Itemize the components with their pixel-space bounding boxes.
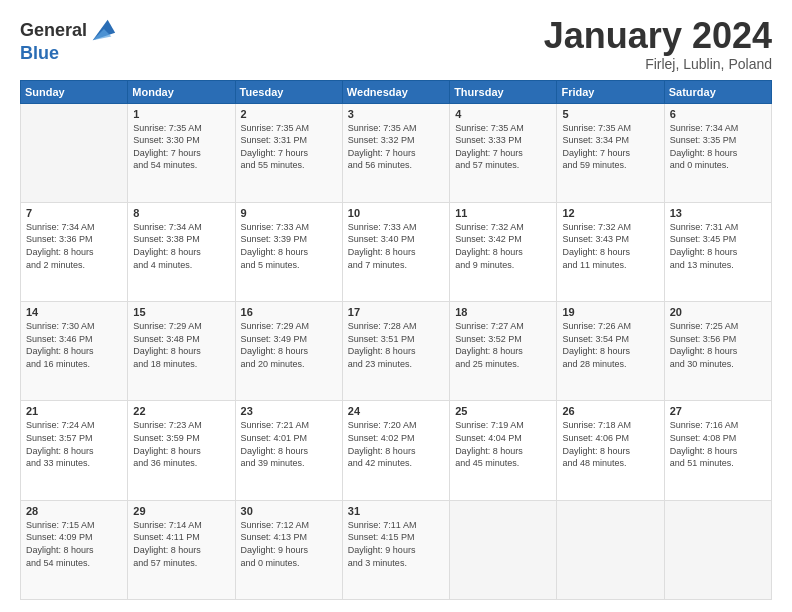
day-number: 1 [133,108,229,120]
day-cell: 17Sunrise: 7:28 AMSunset: 3:51 PMDayligh… [342,302,449,401]
day-info: Sunrise: 7:35 AMSunset: 3:33 PMDaylight:… [455,122,551,172]
day-number: 22 [133,405,229,417]
day-info: Sunrise: 7:34 AMSunset: 3:38 PMDaylight:… [133,221,229,271]
month-title: January 2024 [544,16,772,56]
day-info: Sunrise: 7:25 AMSunset: 3:56 PMDaylight:… [670,320,766,370]
header: General Blue January 2024 Firlej, Lublin… [20,16,772,72]
day-cell: 13Sunrise: 7:31 AMSunset: 3:45 PMDayligh… [664,202,771,301]
day-info: Sunrise: 7:11 AMSunset: 4:15 PMDaylight:… [348,519,444,569]
day-number: 10 [348,207,444,219]
day-cell: 30Sunrise: 7:12 AMSunset: 4:13 PMDayligh… [235,500,342,599]
day-number: 11 [455,207,551,219]
day-info: Sunrise: 7:15 AMSunset: 4:09 PMDaylight:… [26,519,122,569]
day-number: 31 [348,505,444,517]
day-info: Sunrise: 7:21 AMSunset: 4:01 PMDaylight:… [241,419,337,469]
logo-text: General Blue [20,16,117,62]
logo-general: General [20,21,87,39]
day-cell: 25Sunrise: 7:19 AMSunset: 4:04 PMDayligh… [450,401,557,500]
day-cell: 28Sunrise: 7:15 AMSunset: 4:09 PMDayligh… [21,500,128,599]
day-info: Sunrise: 7:34 AMSunset: 3:35 PMDaylight:… [670,122,766,172]
day-number: 5 [562,108,658,120]
day-number: 16 [241,306,337,318]
day-info: Sunrise: 7:35 AMSunset: 3:34 PMDaylight:… [562,122,658,172]
day-info: Sunrise: 7:34 AMSunset: 3:36 PMDaylight:… [26,221,122,271]
day-info: Sunrise: 7:16 AMSunset: 4:08 PMDaylight:… [670,419,766,469]
logo-icon [89,16,117,44]
day-cell [664,500,771,599]
day-cell: 15Sunrise: 7:29 AMSunset: 3:48 PMDayligh… [128,302,235,401]
day-info: Sunrise: 7:18 AMSunset: 4:06 PMDaylight:… [562,419,658,469]
weekday-header-wednesday: Wednesday [342,80,449,103]
day-number: 6 [670,108,766,120]
weekday-header-thursday: Thursday [450,80,557,103]
day-cell: 18Sunrise: 7:27 AMSunset: 3:52 PMDayligh… [450,302,557,401]
weekday-header-saturday: Saturday [664,80,771,103]
day-cell: 11Sunrise: 7:32 AMSunset: 3:42 PMDayligh… [450,202,557,301]
day-number: 20 [670,306,766,318]
day-cell: 16Sunrise: 7:29 AMSunset: 3:49 PMDayligh… [235,302,342,401]
day-cell: 7Sunrise: 7:34 AMSunset: 3:36 PMDaylight… [21,202,128,301]
day-cell: 22Sunrise: 7:23 AMSunset: 3:59 PMDayligh… [128,401,235,500]
day-cell: 4Sunrise: 7:35 AMSunset: 3:33 PMDaylight… [450,103,557,202]
day-info: Sunrise: 7:12 AMSunset: 4:13 PMDaylight:… [241,519,337,569]
day-number: 27 [670,405,766,417]
week-row-3: 14Sunrise: 7:30 AMSunset: 3:46 PMDayligh… [21,302,772,401]
week-row-5: 28Sunrise: 7:15 AMSunset: 4:09 PMDayligh… [21,500,772,599]
day-cell: 1Sunrise: 7:35 AMSunset: 3:30 PMDaylight… [128,103,235,202]
day-cell: 5Sunrise: 7:35 AMSunset: 3:34 PMDaylight… [557,103,664,202]
day-cell: 3Sunrise: 7:35 AMSunset: 3:32 PMDaylight… [342,103,449,202]
weekday-header-sunday: Sunday [21,80,128,103]
day-info: Sunrise: 7:31 AMSunset: 3:45 PMDaylight:… [670,221,766,271]
location: Firlej, Lublin, Poland [544,56,772,72]
day-cell: 23Sunrise: 7:21 AMSunset: 4:01 PMDayligh… [235,401,342,500]
calendar: SundayMondayTuesdayWednesdayThursdayFrid… [20,80,772,600]
day-cell: 27Sunrise: 7:16 AMSunset: 4:08 PMDayligh… [664,401,771,500]
day-cell: 8Sunrise: 7:34 AMSunset: 3:38 PMDaylight… [128,202,235,301]
day-number: 24 [348,405,444,417]
day-info: Sunrise: 7:33 AMSunset: 3:40 PMDaylight:… [348,221,444,271]
logo-blue: Blue [20,44,117,62]
day-info: Sunrise: 7:23 AMSunset: 3:59 PMDaylight:… [133,419,229,469]
day-info: Sunrise: 7:24 AMSunset: 3:57 PMDaylight:… [26,419,122,469]
day-info: Sunrise: 7:26 AMSunset: 3:54 PMDaylight:… [562,320,658,370]
day-number: 12 [562,207,658,219]
day-info: Sunrise: 7:32 AMSunset: 3:43 PMDaylight:… [562,221,658,271]
day-info: Sunrise: 7:19 AMSunset: 4:04 PMDaylight:… [455,419,551,469]
weekday-header-friday: Friday [557,80,664,103]
week-row-1: 1Sunrise: 7:35 AMSunset: 3:30 PMDaylight… [21,103,772,202]
day-info: Sunrise: 7:20 AMSunset: 4:02 PMDaylight:… [348,419,444,469]
day-number: 30 [241,505,337,517]
day-number: 17 [348,306,444,318]
day-cell: 26Sunrise: 7:18 AMSunset: 4:06 PMDayligh… [557,401,664,500]
day-number: 8 [133,207,229,219]
day-cell: 12Sunrise: 7:32 AMSunset: 3:43 PMDayligh… [557,202,664,301]
logo: General Blue [20,16,117,62]
day-cell: 10Sunrise: 7:33 AMSunset: 3:40 PMDayligh… [342,202,449,301]
day-number: 14 [26,306,122,318]
page: General Blue January 2024 Firlej, Lublin… [0,0,792,612]
day-info: Sunrise: 7:35 AMSunset: 3:32 PMDaylight:… [348,122,444,172]
day-number: 13 [670,207,766,219]
day-number: 28 [26,505,122,517]
day-info: Sunrise: 7:28 AMSunset: 3:51 PMDaylight:… [348,320,444,370]
day-cell: 24Sunrise: 7:20 AMSunset: 4:02 PMDayligh… [342,401,449,500]
day-cell: 31Sunrise: 7:11 AMSunset: 4:15 PMDayligh… [342,500,449,599]
day-cell: 19Sunrise: 7:26 AMSunset: 3:54 PMDayligh… [557,302,664,401]
day-number: 2 [241,108,337,120]
week-row-4: 21Sunrise: 7:24 AMSunset: 3:57 PMDayligh… [21,401,772,500]
title-section: January 2024 Firlej, Lublin, Poland [544,16,772,72]
day-cell [21,103,128,202]
day-info: Sunrise: 7:29 AMSunset: 3:48 PMDaylight:… [133,320,229,370]
day-cell: 29Sunrise: 7:14 AMSunset: 4:11 PMDayligh… [128,500,235,599]
day-number: 3 [348,108,444,120]
day-cell: 20Sunrise: 7:25 AMSunset: 3:56 PMDayligh… [664,302,771,401]
day-number: 25 [455,405,551,417]
weekday-header-row: SundayMondayTuesdayWednesdayThursdayFrid… [21,80,772,103]
day-cell: 21Sunrise: 7:24 AMSunset: 3:57 PMDayligh… [21,401,128,500]
day-cell: 2Sunrise: 7:35 AMSunset: 3:31 PMDaylight… [235,103,342,202]
day-cell [450,500,557,599]
day-info: Sunrise: 7:29 AMSunset: 3:49 PMDaylight:… [241,320,337,370]
day-info: Sunrise: 7:33 AMSunset: 3:39 PMDaylight:… [241,221,337,271]
day-number: 4 [455,108,551,120]
day-number: 9 [241,207,337,219]
